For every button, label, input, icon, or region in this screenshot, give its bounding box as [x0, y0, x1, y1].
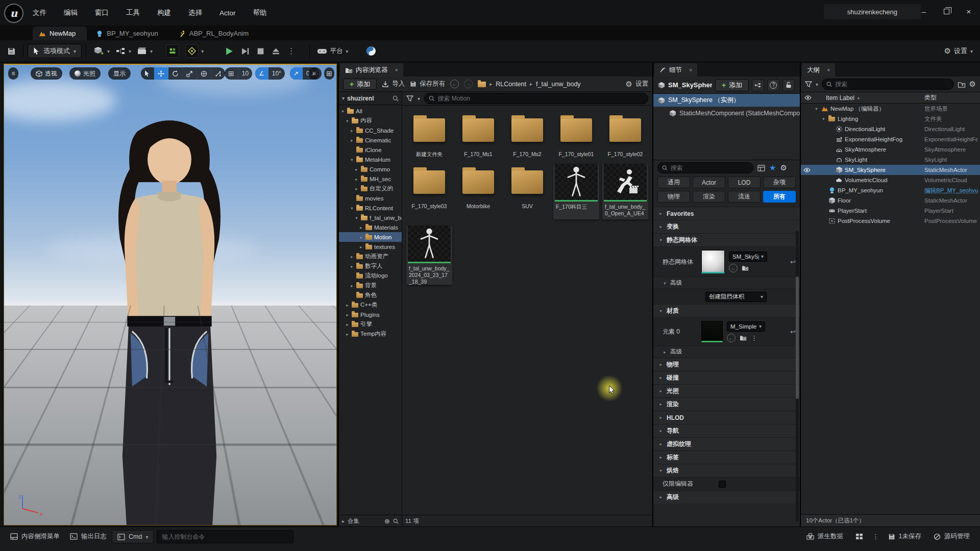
folder-tree-item[interactable]: ▾ All: [339, 106, 402, 116]
stop-button[interactable]: [257, 47, 264, 55]
outliner-row[interactable]: ▾ NewMap （编辑器） 世界场景: [801, 104, 980, 114]
close-tab-icon[interactable]: ×: [395, 67, 398, 73]
search-icon[interactable]: [393, 518, 399, 524]
item-label-column-header[interactable]: Item Label▴: [826, 94, 860, 102]
actor-name-field[interactable]: SM_SkySphere: [668, 81, 712, 89]
create-blocking-volume-dropdown[interactable]: 创建阻挡体积▾: [705, 292, 767, 302]
details-search-input[interactable]: [671, 164, 749, 171]
menu-item[interactable]: 选择: [187, 6, 203, 19]
asset-tile[interactable]: F_170_style01: [553, 112, 599, 158]
details-filter-chip[interactable]: LOD: [728, 177, 761, 188]
window-close-button[interactable]: ×: [958, 0, 980, 22]
folder-tree-item[interactable]: ▾ 内容: [339, 116, 402, 126]
unsaved-button[interactable]: 1未保存: [883, 530, 926, 543]
show-flags-select[interactable]: 显示: [108, 67, 131, 80]
play-button[interactable]: [225, 47, 234, 56]
derived-data-button[interactable]: 派生数据: [801, 530, 848, 543]
close-tab-icon[interactable]: ×: [689, 67, 692, 73]
outliner-row[interactable]: SkyLight SkyLight: [801, 155, 980, 165]
play-options-dots-icon[interactable]: ⋮: [287, 46, 295, 56]
viewport-layout-button[interactable]: ⊞: [324, 67, 334, 80]
section-materials[interactable]: ▾材质: [653, 304, 800, 317]
help-button[interactable]: ?: [767, 79, 779, 91]
material-asset-dropdown[interactable]: M_SimpleS▾: [727, 321, 765, 332]
breadcrumb-item[interactable]: RLContent: [496, 81, 526, 88]
menu-item[interactable]: 窗口: [94, 6, 110, 19]
folder-tree-item[interactable]: ▸ Temp内容: [339, 329, 402, 339]
details-filter-chip[interactable]: 渲染: [693, 191, 725, 203]
content-browser-settings-button[interactable]: ⚙ 设置: [626, 80, 648, 89]
filter-funnel-icon[interactable]: [805, 81, 812, 87]
plugin-tool-2-button[interactable]: ▾: [182, 42, 207, 60]
import-button[interactable]: 导入: [382, 80, 405, 88]
visibility-eye-icon[interactable]: [801, 167, 813, 173]
rotation-snap-control[interactable]: ∠ 10°: [255, 67, 285, 80]
perspective-select[interactable]: 透视: [31, 67, 62, 80]
frame-skip-button[interactable]: [241, 47, 250, 56]
outliner-tab[interactable]: 大纲 ×: [802, 63, 835, 77]
quick-add-button[interactable]: + ▾: [90, 43, 113, 59]
open-blueprint-button[interactable]: [752, 79, 764, 91]
outliner-row[interactable]: VolumetricCloud VolumetricCloud: [801, 175, 980, 185]
mesh-thumbnail[interactable]: [701, 250, 725, 273]
save-all-button[interactable]: 保存所有: [410, 80, 445, 88]
outliner-row[interactable]: ▾ Lighting 文件夹: [801, 114, 980, 124]
display-options-icon[interactable]: [757, 165, 765, 171]
asset-tile[interactable]: F_170科目三: [553, 164, 599, 219]
folder-tree-item[interactable]: ▸ Plugins: [339, 310, 402, 319]
asset-tile[interactable]: Motorbike: [455, 164, 501, 219]
asset-tile[interactable]: SUV: [504, 164, 550, 219]
filter-funnel-icon[interactable]: [406, 95, 413, 102]
section-transform[interactable]: ▸变换: [653, 220, 800, 233]
select-tool-button[interactable]: [141, 67, 154, 80]
asset-tile[interactable]: f_tal_unw_body_2024_03_23_17_18_39: [406, 226, 452, 285]
platforms-button[interactable]: 平台 ▾: [314, 44, 351, 58]
content-drawer-button[interactable]: 内容侧滑菜单: [5, 530, 65, 543]
section-favorites[interactable]: ▸Favorites: [653, 207, 800, 220]
folder-tree-item[interactable]: ▸ MH_sec: [339, 174, 402, 184]
platforms-status-button[interactable]: [850, 531, 868, 542]
eject-button[interactable]: [272, 47, 280, 55]
outliner-row[interactable]: SkyAtmosphere SkyAtmosphere: [801, 144, 980, 155]
menu-item[interactable]: Actor: [218, 7, 237, 19]
section-advanced[interactable]: ▸高级: [653, 490, 800, 504]
grid-snap-control[interactable]: ⊞ 10: [225, 67, 252, 80]
reset-icon[interactable]: ↩: [790, 328, 796, 336]
outliner-search-input[interactable]: [835, 81, 949, 88]
status-more-button[interactable]: ⋮: [870, 531, 881, 542]
asset-tile[interactable]: F_170_style02: [602, 112, 648, 158]
folder-tree-item[interactable]: ▸ textures: [339, 242, 402, 252]
details-section-header[interactable]: ▸ 标签: [653, 450, 800, 464]
outliner-row[interactable]: Floor StaticMeshActor: [801, 195, 980, 206]
details-filter-chip[interactable]: 所有: [763, 191, 796, 203]
details-section-header[interactable]: ▸ 导航: [653, 424, 800, 437]
plugin-tool-1-button[interactable]: [163, 42, 182, 60]
viewport-menu-button[interactable]: ≡: [8, 67, 18, 80]
move-tool-button[interactable]: [154, 67, 168, 80]
rotate-tool-button[interactable]: [168, 67, 183, 80]
details-filter-chip[interactable]: 物理: [657, 191, 690, 203]
forward-button[interactable]: →: [464, 80, 473, 88]
add-asset-button[interactable]: + 添加: [343, 79, 377, 90]
type-column-header[interactable]: 类型: [924, 93, 937, 102]
window-minimize-button[interactable]: –: [913, 0, 935, 22]
surface-snap-button[interactable]: [211, 67, 225, 80]
add-collection-icon[interactable]: ⊕: [384, 517, 390, 525]
add-component-button[interactable]: + 添加: [715, 79, 749, 91]
asset-tile[interactable]: F_170_style03: [406, 164, 452, 219]
menu-item[interactable]: 工具: [125, 6, 141, 19]
details-tab[interactable]: 细节 ×: [654, 63, 697, 77]
outliner-row[interactable]: PlayerStart PlayerStart: [801, 206, 980, 216]
folder-tree-item[interactable]: iClone: [339, 145, 402, 155]
world-local-toggle-button[interactable]: [197, 67, 211, 80]
settings-label[interactable]: 设置: [954, 46, 967, 56]
mesh-asset-dropdown[interactable]: SM_SkySphere▾: [729, 252, 767, 262]
gear-icon[interactable]: ⚙: [780, 163, 787, 172]
folder-tree-item[interactable]: ▾ f_tal_unw_body: [339, 213, 402, 222]
details-section-header[interactable]: ▸ 光照: [653, 384, 800, 397]
reset-icon[interactable]: ↩: [790, 258, 796, 266]
details-filter-chip[interactable]: Actor: [693, 177, 725, 188]
details-filter-chip[interactable]: 杂项: [763, 177, 796, 188]
asset-tile[interactable]: F_170_Ms2: [504, 112, 550, 158]
breadcrumb-item[interactable]: f_tal_unw_body: [536, 81, 581, 88]
